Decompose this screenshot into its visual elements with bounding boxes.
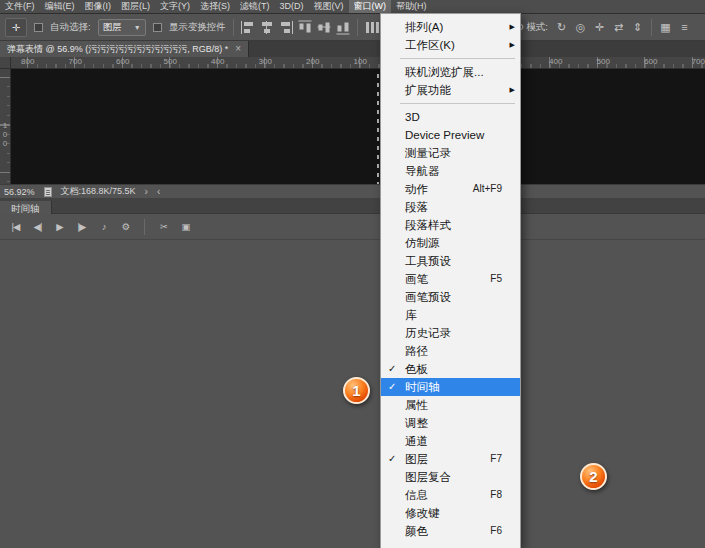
window-menu-item[interactable]: ✓ 图层 F7 <box>381 450 520 468</box>
window-menu-item[interactable]: 工作区(K) ▶ <box>381 36 520 54</box>
menu-item-label: 测量记录 <box>405 144 502 162</box>
zoom-level-field[interactable]: 56.92% <box>4 187 35 197</box>
window-menu-item[interactable]: 颜色 F6 <box>381 522 520 540</box>
ruler-digit: 0 <box>0 130 10 139</box>
menu-item-label: 扩展功能 <box>405 81 502 99</box>
align-bottom-edges-icon[interactable] <box>336 20 349 34</box>
window-menu-item[interactable]: ✓ 色板 <box>381 360 520 378</box>
previous-frame-button[interactable]: ◀| <box>28 221 47 232</box>
window-menu-item[interactable]: 动作 Alt+F9 <box>381 180 520 198</box>
menu-item-shortcut: F8 <box>490 486 516 504</box>
window-menu-item[interactable]: 修改键 <box>381 504 520 522</box>
window-menu-item[interactable]: 测量记录 <box>381 144 520 162</box>
auto-select-checkbox[interactable] <box>34 23 43 32</box>
3d-drag-icon[interactable]: ✛ <box>592 21 607 34</box>
new-frame-icon[interactable]: ▣ <box>176 221 195 232</box>
window-menu-item[interactable]: 画笔 F5 <box>381 270 520 288</box>
window-menu-item[interactable]: 3D <box>381 108 520 126</box>
menu-item-shortcut <box>502 126 516 144</box>
trim-scissors-icon[interactable]: ✂ <box>154 221 173 232</box>
window-menu-item[interactable]: ✓ 时间轴 <box>381 378 520 396</box>
window-menu-item[interactable]: 工具预设 <box>381 252 520 270</box>
next-frame-button[interactable]: |▶ <box>72 221 91 232</box>
window-menu-item[interactable]: 联机浏览扩展... <box>381 63 520 81</box>
menubar-item[interactable]: 滤镜(T) <box>235 0 275 13</box>
window-menu-item[interactable]: 扩展功能 ▶ <box>381 81 520 99</box>
show-transform-checkbox[interactable] <box>153 23 162 32</box>
menubar-item[interactable]: 文件(F) <box>0 0 40 13</box>
document-tab-title: 弹幕表情 @ 56.9% (污污污污污污污污污污污, RGB/8) * <box>7 43 228 56</box>
status-chevron-left-icon[interactable]: ‹ <box>157 186 160 197</box>
window-menu-item[interactable]: 路径 <box>381 342 520 360</box>
menu-item-label: 色板 <box>405 360 502 378</box>
window-menu-item[interactable]: Device Preview <box>381 126 520 144</box>
align-vertical-centers-icon[interactable] <box>317 20 330 34</box>
show-transform-label: 显示变换控件 <box>169 21 226 34</box>
align-left-edges-icon[interactable] <box>241 21 255 34</box>
timeline-controls: |◀◀|▶|▶♪⚙✂▣ <box>0 214 705 240</box>
document-tab[interactable]: 弹幕表情 @ 56.9% (污污污污污污污污污污污, RGB/8) * × <box>0 41 249 57</box>
menu-item-label: 时间轴 <box>405 378 502 396</box>
move-tool-icon[interactable]: ✛ <box>5 18 27 37</box>
auto-select-dropdown[interactable]: 图层 ▼ <box>98 19 146 36</box>
window-menu-item[interactable]: 图层复合 <box>381 468 520 486</box>
3d-slide-icon[interactable]: ⇄ <box>611 21 626 34</box>
menubar-item[interactable]: 图层(L) <box>116 0 155 13</box>
menubar-item[interactable]: 文字(Y) <box>155 0 195 13</box>
auto-select-value: 图层 <box>103 21 122 34</box>
menu-item-shortcut <box>502 342 516 360</box>
controls-divider <box>144 219 145 235</box>
distribute-horizontal-icon[interactable] <box>365 21 379 34</box>
check-icon: ✓ <box>388 360 401 378</box>
window-menu-item[interactable]: 信息 F8 <box>381 486 520 504</box>
annotation-badge-1: 1 <box>343 377 370 404</box>
chevron-down-icon: ▼ <box>134 24 141 31</box>
window-menu-item[interactable]: 调整 <box>381 414 520 432</box>
ruler-number: 200 <box>289 57 337 67</box>
align-right-edges-icon[interactable] <box>279 21 293 34</box>
window-menu-item[interactable]: 通道 <box>381 432 520 450</box>
document-size-info: 文档:168.8K/75.5K <box>61 185 136 198</box>
play-button[interactable]: ▶ <box>50 221 69 232</box>
window-menu-item[interactable]: 排列(A) ▶ <box>381 18 520 36</box>
window-menu-item[interactable]: 段落样式 <box>381 216 520 234</box>
menubar-item[interactable]: 窗口(W) <box>349 0 392 13</box>
menu-item-shortcut <box>502 234 516 252</box>
menu-item-label: 段落样式 <box>405 216 502 234</box>
close-tab-icon[interactable]: × <box>235 44 241 54</box>
audio-toggle-button[interactable]: ♪ <box>94 221 113 232</box>
menu-bar: 文件(F) 编辑(E) 图像(I) 图层(L) 文字(Y) 选择(S) 滤镜(T… <box>0 0 705 14</box>
menubar-item[interactable]: 3D(D) <box>275 0 309 13</box>
grid-overlay-icon[interactable]: ▦ <box>658 21 673 34</box>
3d-roll-icon[interactable]: ◎ <box>573 21 588 34</box>
window-menu-item[interactable]: 画笔预设 <box>381 288 520 306</box>
window-menu-item[interactable]: 属性 <box>381 396 520 414</box>
3d-scale-icon[interactable]: ⇕ <box>630 21 645 34</box>
ruler-digit: 1 <box>0 121 10 130</box>
menu-item-shortcut <box>381 54 395 63</box>
window-menu-item[interactable]: 导航器 <box>381 162 520 180</box>
window-menu-item[interactable]: 历史记录 <box>381 324 520 342</box>
status-chevron-right-icon[interactable]: › <box>145 186 148 197</box>
menubar-item[interactable]: 编辑(E) <box>40 0 80 13</box>
menu-item-label: 导航器 <box>405 162 502 180</box>
window-menu-item[interactable]: 仿制源 <box>381 234 520 252</box>
menubar-item[interactable]: 选择(S) <box>195 0 235 13</box>
align-icon-group <box>241 21 350 34</box>
menubar-item[interactable]: 帮助(H) <box>391 0 432 13</box>
canvas-area[interactable] <box>11 69 705 184</box>
3d-orbit-icon[interactable]: ↻ <box>554 21 569 34</box>
align-horizontal-centers-icon[interactable] <box>260 21 274 34</box>
window-menu-item[interactable]: 段落 <box>381 198 520 216</box>
window-menu-item[interactable]: 库 <box>381 306 520 324</box>
menubar-item[interactable]: 图像(I) <box>80 0 117 13</box>
align-top-edges-icon[interactable] <box>298 20 311 34</box>
auto-select-label: 自动选择: <box>50 21 91 34</box>
first-frame-button[interactable]: |◀ <box>6 221 25 232</box>
ruler-number: 400 <box>194 57 242 67</box>
timeline-settings-icon[interactable]: ⚙ <box>116 221 135 232</box>
workspace-menu-icon[interactable]: ≡ <box>677 21 692 33</box>
menu-item-shortcut: F7 <box>490 450 516 468</box>
menubar-item[interactable]: 视图(V) <box>309 0 349 13</box>
menu-item-label: 图层复合 <box>405 468 502 486</box>
